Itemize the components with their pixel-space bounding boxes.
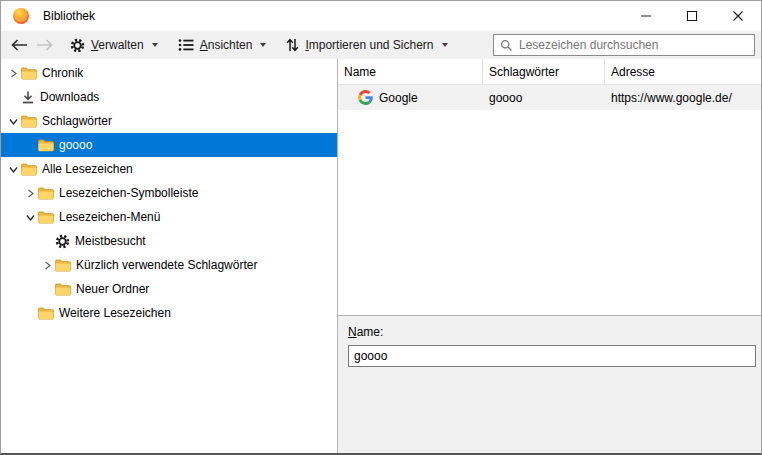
bookmark-tags-cell: goooo [483, 85, 605, 110]
bookmark-name: Google [379, 91, 418, 105]
folder-icon [21, 115, 37, 128]
gear-icon [70, 38, 85, 53]
minimize-icon [641, 11, 651, 21]
sidebar-item-label: Weitere Lesezeichen [59, 306, 177, 320]
close-button[interactable] [715, 1, 761, 31]
gear-icon [55, 234, 70, 249]
sidebar-item-chronik[interactable]: Chronik [1, 61, 337, 85]
library-window: Bibliothek Verwalten Ansich [0, 0, 762, 455]
close-icon [733, 11, 743, 21]
titlebar: Bibliothek [1, 1, 761, 31]
views-menu-label: Ansichten [200, 38, 253, 52]
main-area: ChronikDownloadsSchlagwörtergooooAlle Le… [1, 59, 761, 453]
firefox-icon [12, 7, 30, 25]
name-input[interactable] [348, 345, 756, 367]
views-menu-button[interactable]: Ansichten [171, 35, 274, 55]
manage-menu-label: Verwalten [91, 38, 144, 52]
sidebar-item-label: Meistbesucht [75, 234, 152, 248]
column-header-label: Adresse [611, 65, 655, 79]
sidebar-item-label: Downloads [40, 90, 105, 104]
chevron-right-icon[interactable] [22, 189, 38, 198]
sidebar-item-label: Chronik [42, 66, 89, 80]
column-header-name[interactable]: Name [338, 59, 483, 84]
list-header: NameSchlagwörterAdresse [338, 59, 761, 85]
sidebar-item-label: Alle Lesezeichen [42, 162, 139, 176]
forward-arrow-icon [36, 39, 53, 51]
google-favicon [358, 90, 373, 105]
bookmark-address-cell: https://www.google.de/ [605, 85, 761, 110]
import-backup-menu-label: Importieren und Sichern [305, 38, 433, 52]
minimize-button[interactable] [623, 1, 669, 31]
list-rows: Googlegoooohttps://www.google.de/ [338, 85, 761, 110]
details-pane: Name: [338, 315, 761, 453]
search-input[interactable] [519, 38, 748, 52]
folder-icon [38, 139, 54, 152]
sidebar-item-alle-lesezeichen[interactable]: Alle Lesezeichen [1, 157, 337, 181]
sidebar-item-lesezeichen-symbolleiste[interactable]: Lesezeichen-Symbolleiste [1, 181, 337, 205]
bookmark-row-google[interactable]: Googlegoooohttps://www.google.de/ [338, 85, 761, 110]
download-icon [21, 90, 35, 105]
sidebar-item-goooo[interactable]: goooo [1, 133, 337, 157]
chevron-down-icon[interactable] [5, 117, 21, 126]
sidebar-item-meistbesucht[interactable]: Meistbesucht [1, 229, 337, 253]
chevron-right-icon[interactable] [39, 261, 55, 270]
sidebar-item-downloads[interactable]: Downloads [1, 85, 337, 109]
sidebar-item-label: Neuer Ordner [76, 282, 155, 296]
folder-icon [55, 259, 71, 272]
sidebar-item-label: Kürzlich verwendete Schlagwörter [76, 258, 263, 272]
back-arrow-icon [11, 39, 28, 51]
sidebar-item-label: goooo [59, 138, 98, 152]
search-icon [500, 39, 513, 52]
maximize-button[interactable] [669, 1, 715, 31]
folder-icon [38, 211, 54, 224]
sidebar-item-lesezeichen-menü[interactable]: Lesezeichen-Menü [1, 205, 337, 229]
folder-icon [38, 307, 54, 320]
dropdown-caret-icon [442, 43, 448, 47]
window-title: Bibliothek [43, 9, 95, 23]
name-label: Name: [348, 325, 383, 339]
sidebar-item-neuer-ordner[interactable]: Neuer Ordner [1, 277, 337, 301]
sidebar-item-label: Schlagwörter [42, 114, 118, 128]
chevron-down-icon[interactable] [22, 213, 38, 222]
import-backup-menu-button[interactable]: Importieren und Sichern [279, 34, 454, 56]
content-pane: NameSchlagwörterAdresse Googlegoooohttps… [338, 59, 761, 453]
search-box [493, 34, 755, 56]
column-header-schlagwörter[interactable]: Schlagwörter [483, 59, 605, 84]
list-view-icon [178, 38, 194, 52]
folder-tree: ChronikDownloadsSchlagwörtergooooAlle Le… [1, 59, 337, 453]
folder-icon [21, 67, 37, 80]
dropdown-caret-icon [260, 43, 266, 47]
maximize-icon [687, 11, 697, 21]
sidebar-item-label: Lesezeichen-Symbolleiste [59, 186, 204, 200]
bookmark-list: NameSchlagwörterAdresse Googlegoooohttps… [338, 59, 761, 315]
chevron-down-icon[interactable] [5, 165, 21, 174]
dropdown-caret-icon [152, 43, 158, 47]
column-header-label: Name [344, 65, 376, 79]
sidebar-item-weitere-lesezeichen[interactable]: Weitere Lesezeichen [1, 301, 337, 325]
column-header-label: Schlagwörter [489, 65, 559, 79]
manage-menu-button[interactable]: Verwalten [63, 35, 165, 56]
forward-button[interactable] [32, 37, 57, 53]
toolbar: Verwalten Ansichten Importieren und Sich… [1, 31, 761, 59]
column-header-adresse[interactable]: Adresse [605, 59, 761, 84]
back-button[interactable] [7, 37, 32, 53]
folder-icon [55, 283, 71, 296]
sidebar-item-schlagwörter[interactable]: Schlagwörter [1, 109, 337, 133]
window-controls [623, 1, 761, 31]
sidebar-item-label: Lesezeichen-Menü [59, 210, 166, 224]
import-export-icon [286, 37, 299, 53]
chevron-right-icon[interactable] [5, 69, 21, 78]
folder-icon [21, 163, 37, 176]
bookmark-name-cell: Google [338, 85, 483, 110]
sidebar-item-kürzlich-verwendete-schlagwörter[interactable]: Kürzlich verwendete Schlagwörter [1, 253, 337, 277]
folder-icon [38, 187, 54, 200]
